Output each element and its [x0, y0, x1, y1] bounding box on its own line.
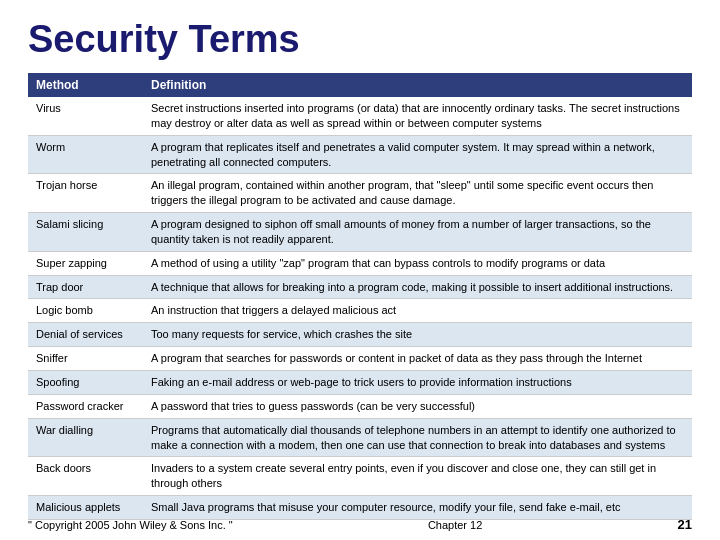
- method-cell: Trojan horse: [28, 174, 143, 213]
- table-row: War diallingPrograms that automatically …: [28, 418, 692, 457]
- table-header-row: Method Definition: [28, 73, 692, 97]
- security-terms-table: Method Definition VirusSecret instructio…: [28, 73, 692, 520]
- method-cell: War dialling: [28, 418, 143, 457]
- method-cell: Worm: [28, 135, 143, 174]
- table-row: VirusSecret instructions inserted into p…: [28, 97, 692, 135]
- method-cell: Password cracker: [28, 394, 143, 418]
- table-row: Malicious appletsSmall Java programs tha…: [28, 496, 692, 520]
- table-row: Salami slicingA program designed to siph…: [28, 213, 692, 252]
- definition-cell: Faking an e-mail address or web-page to …: [143, 370, 692, 394]
- page-title: Security Terms: [28, 18, 692, 61]
- definition-cell: A program designed to siphon off small a…: [143, 213, 692, 252]
- footer-center: Chapter 12: [428, 519, 482, 531]
- definition-cell: An instruction that triggers a delayed m…: [143, 299, 692, 323]
- method-cell: Super zapping: [28, 251, 143, 275]
- method-cell: Back doors: [28, 457, 143, 496]
- table-row: Logic bombAn instruction that triggers a…: [28, 299, 692, 323]
- table-body: VirusSecret instructions inserted into p…: [28, 97, 692, 519]
- footer-left: " Copyright 2005 John Wiley & Sons Inc. …: [28, 519, 233, 531]
- table-row: Back doorsInvaders to a system create se…: [28, 457, 692, 496]
- method-cell: Denial of services: [28, 323, 143, 347]
- table-row: Denial of servicesToo many requests for …: [28, 323, 692, 347]
- method-cell: Virus: [28, 97, 143, 135]
- method-cell: Trap door: [28, 275, 143, 299]
- method-cell: Malicious applets: [28, 496, 143, 520]
- method-cell: Logic bomb: [28, 299, 143, 323]
- table-row: Super zappingA method of using a utility…: [28, 251, 692, 275]
- definition-header: Definition: [143, 73, 692, 97]
- definition-cell: Small Java programs that misuse your com…: [143, 496, 692, 520]
- definition-cell: A program that searches for passwords or…: [143, 347, 692, 371]
- definition-cell: Too many requests for service, which cra…: [143, 323, 692, 347]
- table-row: SpoofingFaking an e-mail address or web-…: [28, 370, 692, 394]
- definition-cell: A technique that allows for breaking int…: [143, 275, 692, 299]
- definition-cell: Invaders to a system create several entr…: [143, 457, 692, 496]
- method-cell: Spoofing: [28, 370, 143, 394]
- footer-right: 21: [678, 517, 692, 532]
- method-cell: Salami slicing: [28, 213, 143, 252]
- footer: " Copyright 2005 John Wiley & Sons Inc. …: [0, 517, 720, 532]
- table-row: Password crackerA password that tries to…: [28, 394, 692, 418]
- method-header: Method: [28, 73, 143, 97]
- definition-cell: Secret instructions inserted into progra…: [143, 97, 692, 135]
- method-cell: Sniffer: [28, 347, 143, 371]
- definition-cell: Programs that automatically dial thousan…: [143, 418, 692, 457]
- definition-cell: A password that tries to guess passwords…: [143, 394, 692, 418]
- definition-cell: A method of using a utility "zap" progra…: [143, 251, 692, 275]
- definition-cell: A program that replicates itself and pen…: [143, 135, 692, 174]
- table-row: Trojan horseAn illegal program, containe…: [28, 174, 692, 213]
- table-row: Trap doorA technique that allows for bre…: [28, 275, 692, 299]
- page-container: Security Terms Method Definition VirusSe…: [0, 0, 720, 530]
- definition-cell: An illegal program, contained within ano…: [143, 174, 692, 213]
- table-row: SnifferA program that searches for passw…: [28, 347, 692, 371]
- table-row: WormA program that replicates itself and…: [28, 135, 692, 174]
